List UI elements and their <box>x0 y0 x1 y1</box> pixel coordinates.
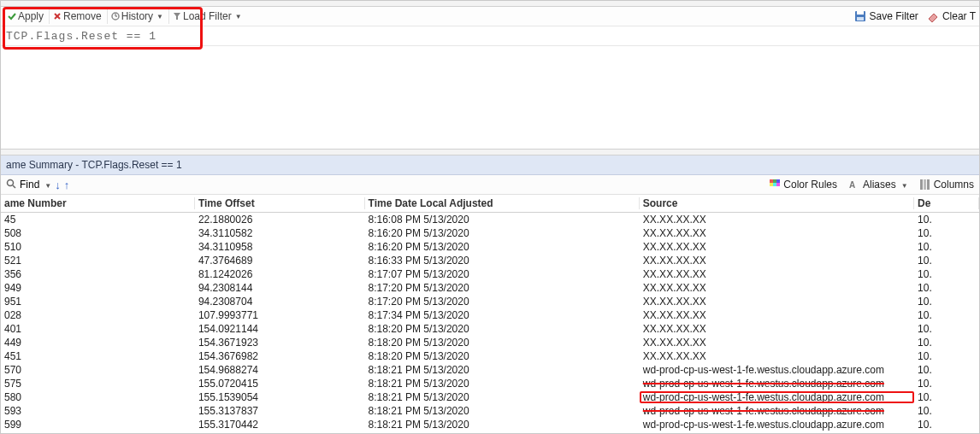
history-icon <box>111 12 120 21</box>
find-label[interactable]: Find <box>20 179 39 191</box>
pane-splitter[interactable] <box>1 149 979 155</box>
cell-frame-number: 451 <box>1 350 195 362</box>
aliases-button[interactable]: A Aliases ▼ <box>849 179 908 191</box>
table-header-row: ame Number Time Offset Time Date Local A… <box>1 195 979 213</box>
funnel-icon <box>173 12 181 21</box>
cell-time-offset: 81.1242026 <box>195 268 365 280</box>
cell-source: wd-prod-cp-us-west-1-fe.westus.cloudapp.… <box>640 378 914 390</box>
chevron-down-icon: ▼ <box>901 182 908 190</box>
cell-time-offset: 155.3170442 <box>195 419 365 431</box>
cell-frame-number: 510 <box>1 241 195 253</box>
cell-time-date: 8:16:20 PM 5/13/2020 <box>365 227 640 239</box>
cell-source: XX.XX.XX.XX <box>640 350 914 362</box>
cell-time-date: 8:16:33 PM 5/13/2020 <box>365 255 640 267</box>
load-filter-button[interactable]: Load Filter ▼ <box>169 9 247 24</box>
remove-x-icon <box>53 12 62 21</box>
clear-text-button[interactable]: Clear T <box>927 10 976 22</box>
cell-destination: 10. <box>914 323 979 335</box>
cell-frame-number: 599 <box>1 419 195 431</box>
filter-toolbar: Apply Remove History ▼ Load Filter ▼ Sav… <box>1 7 979 26</box>
cell-source: XX.XX.XX.XX <box>640 323 914 335</box>
cell-frame-number: 949 <box>1 282 195 294</box>
cell-frame-number: 593 <box>1 405 195 417</box>
remove-button[interactable]: Remove <box>50 9 108 24</box>
svg-rect-19 <box>920 179 923 190</box>
columns-button[interactable]: Columns <box>920 179 974 191</box>
color-rules-button[interactable]: Color Rules <box>770 179 837 191</box>
table-row[interactable]: 52147.37646898:16:33 PM 5/13/2020XX.XX.X… <box>1 254 979 267</box>
cell-destination: 10. <box>914 337 979 349</box>
table-row[interactable]: 51034.31109588:16:20 PM 5/13/2020XX.XX.X… <box>1 240 979 254</box>
cell-frame-number: 45 <box>1 214 195 226</box>
table-row[interactable]: 575155.07204158:18:21 PM 5/13/2020wd-pro… <box>1 377 979 390</box>
svg-rect-13 <box>773 179 776 183</box>
col-destination[interactable]: De <box>914 197 979 209</box>
cell-time-offset: 155.0720415 <box>195 378 365 390</box>
table-row[interactable]: 028107.99937718:17:34 PM 5/13/2020XX.XX.… <box>1 308 979 322</box>
cell-time-offset: 94.2308704 <box>195 296 365 308</box>
filter-expression-text: TCP.Flags.Reset == 1 <box>6 30 156 43</box>
svg-marker-9 <box>929 14 937 22</box>
svg-rect-17 <box>776 183 780 186</box>
col-time-offset[interactable]: Time Offset <box>195 197 365 209</box>
remove-label: Remove <box>63 10 102 22</box>
svg-point-10 <box>8 179 14 185</box>
columns-label: Columns <box>934 179 974 191</box>
cell-destination: 10. <box>914 309 979 321</box>
apply-label: Apply <box>18 10 44 22</box>
table-row[interactable]: 50834.31105828:16:20 PM 5/13/2020XX.XX.X… <box>1 226 979 240</box>
chevron-down-icon: ▼ <box>156 13 163 21</box>
svg-rect-15 <box>770 183 773 186</box>
cell-frame-number: 028 <box>1 309 195 321</box>
cell-frame-number: 508 <box>1 227 195 239</box>
cell-source: wd-prod-cp-us-west-1-fe.westus.cloudapp.… <box>640 364 914 376</box>
find-next-icon[interactable]: ↓ <box>55 179 61 191</box>
eraser-icon <box>927 10 939 22</box>
chevron-down-icon[interactable]: ▼ <box>44 182 51 190</box>
cell-destination: 10. <box>914 268 979 280</box>
cell-time-date: 8:18:21 PM 5/13/2020 <box>365 405 640 417</box>
cell-time-date: 8:18:21 PM 5/13/2020 <box>365 419 640 431</box>
table-row[interactable]: 580155.15390548:18:21 PM 5/13/2020wd-pro… <box>1 390 979 404</box>
table-row[interactable]: 94994.23081448:17:20 PM 5/13/2020XX.XX.X… <box>1 281 979 295</box>
cell-frame-number: 580 <box>1 391 195 403</box>
cell-time-offset: 34.3110958 <box>195 241 365 253</box>
cell-destination: 10. <box>914 214 979 226</box>
cell-time-date: 8:18:20 PM 5/13/2020 <box>365 323 640 335</box>
cell-time-offset: 94.2308144 <box>195 282 365 294</box>
table-row[interactable]: 449154.36719238:18:20 PM 5/13/2020XX.XX.… <box>1 336 979 349</box>
cell-time-offset: 154.0921144 <box>195 323 365 335</box>
col-source[interactable]: Source <box>640 197 914 209</box>
find-prev-icon[interactable]: ↑ <box>64 179 70 191</box>
cell-frame-number: 356 <box>1 268 195 280</box>
svg-rect-16 <box>773 183 776 186</box>
table-row[interactable]: 451154.36769828:18:20 PM 5/13/2020XX.XX.… <box>1 349 979 363</box>
col-time-date[interactable]: Time Date Local Adjusted <box>365 197 640 209</box>
svg-rect-8 <box>857 17 864 21</box>
table-row[interactable]: 570154.96882748:18:21 PM 5/13/2020wd-pro… <box>1 363 979 377</box>
table-row[interactable]: 4522.18800268:16:08 PM 5/13/2020XX.XX.XX… <box>1 213 979 226</box>
svg-rect-12 <box>770 179 773 183</box>
cell-destination: 10. <box>914 255 979 267</box>
filter-body-blank <box>1 46 979 149</box>
cell-time-offset: 22.1880026 <box>195 214 365 226</box>
cell-source: XX.XX.XX.XX <box>640 282 914 294</box>
table-row[interactable]: 95194.23087048:17:20 PM 5/13/2020XX.XX.X… <box>1 295 979 308</box>
table-row[interactable]: 401154.09211448:18:20 PM 5/13/2020XX.XX.… <box>1 322 979 336</box>
cell-destination: 10. <box>914 378 979 390</box>
cell-time-date: 8:17:07 PM 5/13/2020 <box>365 268 640 280</box>
disk-icon <box>854 10 866 22</box>
save-filter-button[interactable]: Save Filter <box>854 10 918 22</box>
table-row[interactable]: 35681.12420268:17:07 PM 5/13/2020XX.XX.X… <box>1 267 979 281</box>
apply-button[interactable]: Apply <box>4 9 50 24</box>
cell-time-date: 8:18:20 PM 5/13/2020 <box>365 350 640 362</box>
col-frame-number[interactable]: ame Number <box>1 197 195 209</box>
svg-rect-20 <box>924 179 926 190</box>
cell-destination: 10. <box>914 364 979 376</box>
history-button[interactable]: History ▼ <box>108 9 169 24</box>
table-row[interactable]: 593155.31378378:18:21 PM 5/13/2020wd-pro… <box>1 404 979 418</box>
table-row[interactable]: 599155.31704428:18:21 PM 5/13/2020wd-pro… <box>1 418 979 431</box>
cell-time-offset: 155.1539054 <box>195 391 365 403</box>
frame-summary-header: ame Summary - TCP.Flags.Reset == 1 <box>1 155 979 175</box>
filter-expression-row[interactable]: TCP.Flags.Reset == 1 <box>1 26 979 46</box>
